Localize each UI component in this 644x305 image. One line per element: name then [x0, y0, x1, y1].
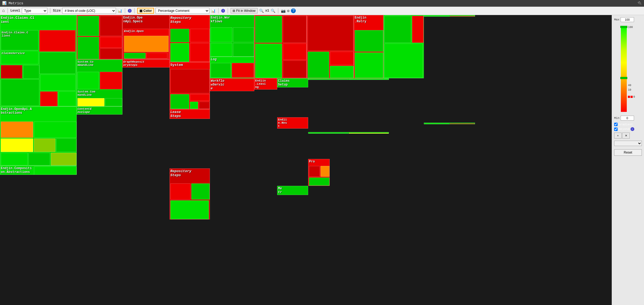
- cell-claims-client-inner1[interactable]: Endjin.Claims.Client: [1, 30, 38, 50]
- cell-leasing[interactable]: Endjin.Leasing: [254, 78, 277, 90]
- treemap[interactable]: Endjin.Claims.Client Endjin.Claims.Clien…: [0, 15, 612, 305]
- cell-tr2-sub4[interactable]: [330, 66, 354, 78]
- cell-log[interactable]: Log: [210, 57, 254, 78]
- scale-handle-top[interactable]: [620, 26, 627, 28]
- zoom-in-icon[interactable]: 🔍: [259, 9, 264, 13]
- zoom-out-icon[interactable]: 🔍: [271, 9, 275, 13]
- cell-log-sub2[interactable]: [232, 63, 254, 78]
- cell-red1-sub1[interactable]: [78, 16, 99, 36]
- scale-handle-mid[interactable]: [620, 77, 627, 79]
- cell-repo-steps-sub4[interactable]: [190, 43, 210, 62]
- cell-rg2-sub1[interactable]: [309, 133, 348, 134]
- cell-claims-inner4[interactable]: [39, 52, 76, 74]
- help-icon[interactable]: ?: [291, 8, 296, 13]
- cell-claims-inner6[interactable]: [23, 65, 39, 79]
- fit-window-button[interactable]: ⊞ Fit in Window: [231, 8, 257, 13]
- cell-oa-sub7[interactable]: [29, 153, 50, 165]
- cell-pro-sub1[interactable]: [309, 166, 320, 177]
- cell-red-block1[interactable]: [77, 15, 122, 59]
- cell-graph-repo-steps[interactable]: GraphRepositorySteps: [122, 59, 170, 68]
- cell-workflows-sub3[interactable]: [211, 43, 232, 56]
- cell-r1-sub3[interactable]: [384, 44, 423, 78]
- cell-fr2-sub2[interactable]: [450, 123, 475, 124]
- cell-openapi-specs[interactable]: Endjin.OpenApi.Specs Endjin.Open: [122, 15, 170, 59]
- cell-pro-sub2[interactable]: [321, 166, 329, 177]
- cell-composition[interactable]: Endjin.Composition.Abstractions ContentF…: [0, 166, 77, 175]
- cell-scl-sub4[interactable]: [105, 98, 122, 106]
- info-icon1[interactable]: i: [128, 9, 132, 13]
- cell-scl-sub2[interactable]: [100, 72, 122, 89]
- cell-workflows-sub1[interactable]: [211, 27, 232, 42]
- cell-tr-sub1[interactable]: [255, 16, 282, 43]
- cell-retry-sub1[interactable]: [355, 30, 383, 52]
- cell-log-sub1[interactable]: [211, 63, 231, 78]
- cell-claims-inner8[interactable]: [1, 79, 39, 106]
- cell-retry[interactable]: Endjin.Retry: [354, 15, 383, 78]
- cell-sys-sub1[interactable]: [170, 69, 210, 93]
- cell-sys-sub4[interactable]: [190, 102, 198, 109]
- chart-icon2[interactable]: 📊: [211, 9, 216, 13]
- beyond-info-icon[interactable]: i: [631, 127, 634, 131]
- add-color-button[interactable]: +: [614, 133, 622, 139]
- cell-red1-sub3[interactable]: [78, 37, 99, 59]
- cell-comp-sub2[interactable]: [34, 166, 76, 175]
- cell-sys-sub2[interactable]: [170, 94, 189, 109]
- size-select[interactable]: # lines of code (LOC) # methods # fields: [62, 8, 116, 14]
- cell-top-right-red[interactable]: [254, 15, 307, 78]
- cell-claims-inner9[interactable]: [40, 91, 58, 106]
- cell-claims-inner3[interactable]: [39, 30, 76, 52]
- cell-tr-sub3[interactable]: [255, 44, 282, 78]
- cell-claims-client-outer[interactable]: Endjin.Claims.Client Endjin.Claims.Clien…: [0, 15, 77, 107]
- max-input[interactable]: [621, 17, 634, 22]
- cell-sys-sub5[interactable]: [199, 102, 210, 109]
- cell-workflows-sub2[interactable]: [233, 27, 254, 42]
- cell-repo-steps-top[interactable]: RepositorySteps: [170, 15, 210, 62]
- cell-r1-sub1[interactable]: [384, 16, 411, 43]
- home-icon[interactable]: ⌂: [2, 8, 5, 13]
- cell-oa-sub8[interactable]: [51, 153, 76, 165]
- cell-specs-sub4[interactable]: [146, 53, 167, 59]
- cell-scl-sub1[interactable]: [78, 72, 99, 89]
- cell-workflows[interactable]: Endjin.Workflows: [210, 15, 254, 57]
- cell-system[interactable]: System: [170, 62, 210, 109]
- cell-oa-sub4[interactable]: [34, 139, 55, 152]
- cell-rg2-sub2[interactable]: [349, 133, 389, 134]
- cell-rg1-sub1[interactable]: [309, 79, 348, 80]
- cell-fr1-sub1[interactable]: [425, 16, 449, 17]
- cell-claims-inner10[interactable]: [58, 91, 76, 106]
- cell-specs-sub1[interactable]: Endjin.Open: [123, 29, 169, 59]
- cell-metr[interactable]: Metr: [277, 186, 308, 195]
- info-icon2[interactable]: i: [221, 9, 225, 13]
- cell-repo-steps-sub2[interactable]: [190, 29, 210, 42]
- cell-claims-inner5[interactable]: [1, 65, 22, 79]
- cell-oa-sub2[interactable]: [1, 139, 33, 152]
- camera-icon[interactable]: 📷: [281, 9, 286, 13]
- cell-far-right2[interactable]: [424, 123, 475, 124]
- color-button[interactable]: ▦ Color: [137, 8, 154, 14]
- cell-red1-sub5[interactable]: [100, 48, 122, 59]
- cell-red1-sub2[interactable]: [100, 16, 122, 36]
- cell-top-right-red2[interactable]: [307, 15, 354, 78]
- cell-oa-sub6[interactable]: [1, 153, 28, 165]
- cell-pro-sub3[interactable]: [309, 178, 329, 186]
- cell-content-envelope[interactable]: ContentEnvelope: [77, 107, 122, 115]
- cell-tr2-sub2[interactable]: [308, 52, 329, 78]
- cell-right1[interactable]: [383, 15, 424, 78]
- cell-pro[interactable]: Pro: [308, 159, 330, 186]
- cell-far-right1[interactable]: [424, 15, 475, 17]
- cell-tr2-sub1[interactable]: [308, 16, 353, 51]
- color-picker-select[interactable]: [614, 141, 642, 146]
- cell-tr-sub2[interactable]: [283, 16, 307, 43]
- cell-right-green1[interactable]: [308, 78, 389, 80]
- chart-icon1[interactable]: 📊: [118, 9, 122, 13]
- settings-icon[interactable]: ⚙: [287, 9, 289, 13]
- cell-oa-sub5[interactable]: [56, 139, 76, 152]
- cell-rsb-sub3[interactable]: [170, 200, 209, 219]
- cell-sys-sub3[interactable]: [190, 94, 210, 101]
- pin-icon[interactable]: 🔌: [638, 1, 642, 5]
- cell-retry-sub2[interactable]: [355, 52, 383, 78]
- cell-repo-steps-sub3[interactable]: [170, 43, 189, 62]
- cell-tr-sub5[interactable]: [283, 61, 307, 78]
- cell-oa-sub1[interactable]: [1, 122, 33, 138]
- cell-tr-sub4[interactable]: [283, 44, 307, 60]
